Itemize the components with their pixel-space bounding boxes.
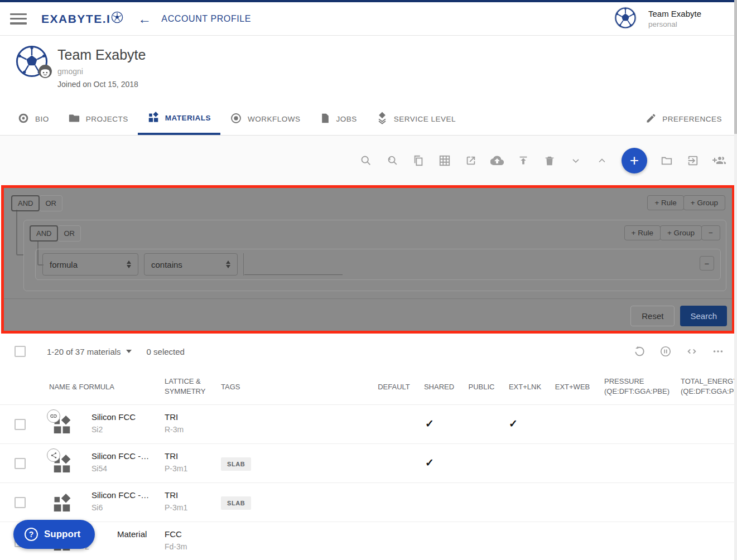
reset-button[interactable]: Reset xyxy=(630,306,675,326)
outer-or-button[interactable]: OR xyxy=(39,195,62,211)
lattice-type: TRI xyxy=(165,412,184,422)
material-name: Silicon FCC -… xyxy=(91,451,149,461)
table-row[interactable]: Silicon FCC Si2 TRI R-3m ✓ ✓ xyxy=(0,404,737,443)
tab-materials[interactable]: MATERIALS xyxy=(138,103,220,135)
search-history-icon[interactable] xyxy=(386,154,399,167)
cloud-upload-icon[interactable] xyxy=(490,154,504,167)
exit-to-app-icon[interactable] xyxy=(686,154,700,167)
name-formula-cell: Silicon FCC -… Si6 xyxy=(91,490,149,512)
table-row[interactable]: Material 2 FCC Fd-3m xyxy=(0,522,737,560)
more-icon[interactable] xyxy=(711,345,725,358)
support-button[interactable]: ? Support xyxy=(13,520,95,549)
radio-circle-icon xyxy=(230,112,242,126)
col-lattice-symmetry[interactable]: LATTICE &SYMMETRY xyxy=(165,376,205,397)
row-checkbox[interactable] xyxy=(15,458,26,469)
inner-or-button[interactable]: OR xyxy=(57,225,81,242)
chevron-up-icon[interactable] xyxy=(595,154,609,167)
rule-value-input[interactable] xyxy=(244,256,343,275)
inner-and-button[interactable]: AND xyxy=(30,225,58,242)
profile-header: Team Exabyte gmogni Joined on Oct 15, 20… xyxy=(0,36,737,103)
name-formula-cell: Silicon FCC Si2 xyxy=(91,412,136,434)
materials-toolbar: + xyxy=(359,136,726,185)
inner-remove-group-button[interactable]: − xyxy=(701,225,720,240)
inner-add-group-button[interactable]: + Group xyxy=(660,225,702,240)
add-material-button[interactable]: + xyxy=(622,148,647,173)
refresh-icon[interactable] xyxy=(633,345,646,358)
outer-add-rule-button[interactable]: + Rule xyxy=(647,195,683,210)
row-checkbox[interactable] xyxy=(15,419,26,430)
query-builder: AND OR + Rule + Group AND OR + Rule xyxy=(4,188,732,331)
brand-text: EXABYTE.I xyxy=(41,12,110,26)
symmetry-group: P-3m1 xyxy=(165,503,187,512)
col-tags[interactable]: TAGS xyxy=(221,382,240,390)
rule-field-select[interactable]: formula xyxy=(42,253,138,276)
group-add-icon[interactable] xyxy=(712,154,726,167)
tab-jobs-label: JOBS xyxy=(336,115,357,123)
material-name: Material xyxy=(91,529,147,539)
menu-icon[interactable] xyxy=(10,13,27,25)
tab-bio[interactable]: BIO xyxy=(8,103,59,135)
remove-rule-button[interactable]: − xyxy=(700,256,714,271)
col-shared[interactable]: SHARED xyxy=(424,382,454,390)
upload-icon[interactable] xyxy=(517,154,530,167)
folder-icon xyxy=(68,112,80,126)
col-total-energy[interactable]: TOTAL_ENERGY(QE:DFT:GGA:PE xyxy=(681,376,737,397)
tab-preferences[interactable]: PREFERENCES xyxy=(636,103,731,135)
brand-logo[interactable]: EXABYTE.I xyxy=(41,11,123,26)
lattice-symmetry-cell: TRI R-3m xyxy=(165,412,184,434)
tab-service-level[interactable]: SERVICE LEVEL xyxy=(367,103,465,135)
col-ext-lnk[interactable]: EXT+LNK xyxy=(509,382,541,390)
diamond-layers-icon xyxy=(376,112,388,126)
table-row[interactable]: Silicon FCC -… Si6 TRI P-3m1 SLAB xyxy=(0,482,737,522)
pause-circle-icon[interactable] xyxy=(659,345,672,358)
nested-group: AND OR + Rule + Group − formula xyxy=(23,220,726,291)
back-arrow-icon[interactable]: ← xyxy=(138,11,151,27)
lattice-type: TRI xyxy=(165,490,187,500)
grid-icon[interactable] xyxy=(438,154,451,167)
materials-icon xyxy=(147,111,160,125)
page-title: ACCOUNT PROFILE xyxy=(161,14,251,24)
col-public[interactable]: PUBLIC xyxy=(469,382,495,390)
inner-add-rule-button[interactable]: + Rule xyxy=(624,225,661,240)
select-all-checkbox[interactable] xyxy=(15,346,26,357)
tab-service-level-label: SERVICE LEVEL xyxy=(394,115,456,123)
material-icon xyxy=(51,493,73,516)
tabs-spacer xyxy=(465,103,636,135)
row-checkbox[interactable] xyxy=(15,497,26,508)
outer-and-button[interactable]: AND xyxy=(11,195,40,211)
table-row[interactable]: Silicon FCC -… Si54 TRI P-3m1 SLAB ✓ xyxy=(0,443,737,482)
col-default[interactable]: DEFAULT xyxy=(378,382,410,390)
lattice-symmetry-cell: TRI P-3m1 xyxy=(165,451,187,473)
topbar: EXABYTE.I ← ACCOUNT PROFILE Team Exabyte… xyxy=(0,2,737,36)
rule-operator-select[interactable]: contains xyxy=(144,253,238,276)
open-in-new-icon[interactable] xyxy=(464,154,478,167)
folder-open-icon[interactable] xyxy=(660,154,673,167)
chevron-down-icon[interactable] xyxy=(569,154,582,167)
tab-preferences-label: PREFERENCES xyxy=(662,115,722,123)
trash-icon[interactable] xyxy=(543,154,556,167)
scrollbar-thumb[interactable] xyxy=(734,0,737,134)
pagination-range[interactable]: 1-20 of 37 materials xyxy=(47,347,132,356)
soccer-ball-logo-icon xyxy=(111,11,123,26)
copy-icon[interactable] xyxy=(412,154,425,167)
outer-add-group-button[interactable]: + Group xyxy=(683,195,725,210)
tab-workflows[interactable]: WORKFLOWS xyxy=(220,103,310,135)
tab-projects[interactable]: PROJECTS xyxy=(59,103,138,135)
document-icon xyxy=(320,112,331,126)
col-name-formula[interactable]: NAME & FORMULA xyxy=(49,382,114,390)
table-header: NAME & FORMULA LATTICE &SYMMETRY TAGS DE… xyxy=(0,368,737,404)
material-formula: Si54 xyxy=(91,464,149,473)
code-icon[interactable] xyxy=(685,345,699,358)
topbar-user-type: personal xyxy=(648,20,701,28)
rule-operator-value: contains xyxy=(151,260,182,269)
profile-tabs: BIO PROJECTS MATERIALS WORKFLOWS JOBS SE… xyxy=(0,103,737,136)
col-ext-web[interactable]: EXT+WEB xyxy=(555,382,590,390)
tab-workflows-label: WORKFLOWS xyxy=(248,115,301,123)
select-spinner-icon xyxy=(119,260,131,268)
col-pressure[interactable]: PRESSURE(QE:DFT:GGA:PBE) xyxy=(604,376,669,397)
search-icon[interactable] xyxy=(359,154,373,167)
search-button[interactable]: Search xyxy=(680,306,727,326)
scrollbar-track[interactable] xyxy=(734,0,737,560)
topbar-user-area[interactable]: Team Exabyte personal xyxy=(614,6,701,32)
tab-jobs[interactable]: JOBS xyxy=(310,103,367,135)
